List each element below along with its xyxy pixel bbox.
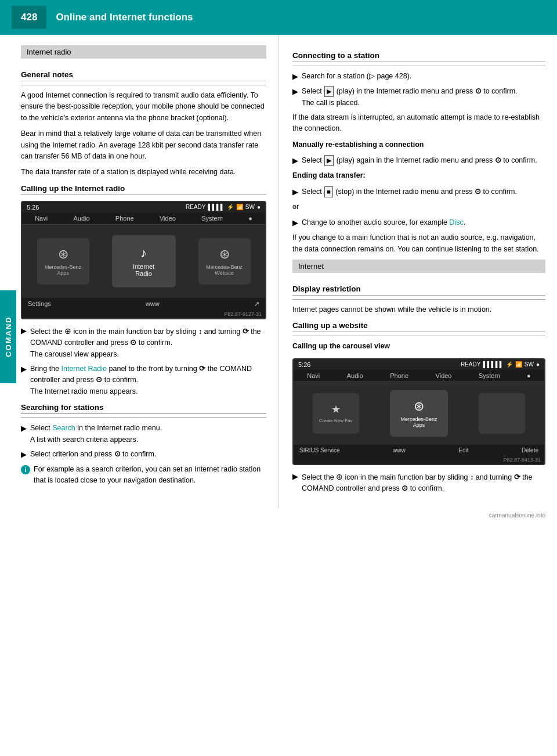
info-icon: i — [21, 465, 30, 474]
nav-audio: Audio — [73, 215, 89, 222]
bullet-stop: ▶ Select ■ (stop) in the Internet radio … — [292, 186, 545, 198]
screen1-navbar: Navi Audio Phone Video System ● — [22, 213, 265, 225]
connecting-title: Connecting to a station — [292, 51, 545, 62]
searching-for-stations-title: Searching for stations — [21, 403, 266, 414]
bullet-change-source-text: Change to another audio source, for exam… — [302, 217, 545, 228]
bullet-calling-2-text: Bring the Internet Radio panel to the fr… — [30, 363, 266, 397]
manually-reestablish-label: Manually re-establishing a connection — [292, 139, 545, 150]
bullet-arrow-connect-1: ▶ — [292, 71, 298, 82]
screen2-status-area: READY ▌▌▌▌▌ ⚡ 📶 SW ● — [461, 361, 540, 368]
screen1-bottom-www: www — [146, 300, 160, 307]
display-restriction-text: Internet pages cannot be shown while the… — [292, 304, 545, 315]
screen1-bottombar: Settings www ↗ — [22, 298, 265, 310]
ending-label: Ending data transfer: — [292, 170, 545, 181]
screen1-body: ⊛ Mercedes-BenzApps ♪ InternetRadio ⊛ Me… — [22, 225, 265, 298]
circle-icon: ● — [257, 204, 261, 210]
search-link: Search — [52, 424, 75, 432]
screen2-nav-video: Video — [436, 372, 452, 379]
nav-video: Video — [160, 215, 176, 222]
section-box-internet-radio: Internet radio — [21, 45, 266, 59]
screen2-card-right — [479, 393, 525, 434]
bullet-search-1: ▶ Select Search in the Internet radio me… — [21, 423, 266, 445]
screen1-status-area: READY ▌▌▌▌ ⚡ 📶 SW ● — [186, 204, 261, 210]
screen1-tag: P82.87-9127-31 — [22, 310, 265, 318]
screen2-nav-phone: Phone — [390, 372, 408, 379]
phone-icon: 📶 — [236, 204, 243, 210]
screen1-card-right-label: Mercedes-BenzWebsite — [206, 264, 243, 276]
screen2-www: www — [393, 447, 406, 453]
bullet-connect-2: ▶ Select ▶ (play) in the Internet radio … — [292, 86, 545, 109]
bullet-arrow-connect-2: ▶ — [292, 86, 298, 98]
stop-button-box: ■ — [324, 186, 333, 197]
screen2-antenna: ⚡ — [506, 361, 513, 368]
header-title: Online and Internet functions — [56, 12, 193, 23]
left-column: Internet radio General notes A good Inte… — [0, 35, 278, 509]
footer: carmanualsonline.info — [0, 509, 557, 522]
screen2-nav-navi: Navi — [307, 372, 320, 379]
screen2-body: ★ Create New Fav ⊛ Mercedes-BenzApps — [294, 382, 544, 445]
screen1-card-center-label: InternetRadio — [133, 263, 154, 277]
info-text: For example as a search criterion, you c… — [34, 464, 266, 487]
general-notes-para1: A good Internet connection is required t… — [21, 90, 266, 124]
bullet-connect-1: ▶ Search for a station (▷ page 428). — [292, 71, 545, 82]
bullet-connect-2-text: Select ▶ (play) in the Internet radio me… — [302, 86, 545, 109]
bullet-stop-text: Select ■ (stop) in the Internet radio me… — [302, 186, 545, 197]
screen2-sirius: SIRIUS Service — [299, 447, 339, 453]
screen1-ready: READY — [186, 204, 205, 210]
general-notes-para3: The data transfer rate of a station is d… — [21, 167, 266, 178]
bullet-carousel-1-text: Select the ⊕ icon in the main function b… — [302, 471, 545, 495]
signal-icon: ▌▌▌▌ — [208, 204, 225, 210]
screen1-bottom-settings: Settings — [28, 300, 51, 307]
calling-up-internet-radio-title: Calling up the Internet radio — [21, 184, 266, 195]
nav-phone: Phone — [115, 215, 134, 222]
bullet-change-source: ▶ Change to another audio source, for ex… — [292, 217, 545, 229]
nav-dot: ● — [248, 215, 252, 222]
bullet-search-1-text: Select Search in the Internet radio menu… — [30, 423, 266, 445]
section-box-internet: Internet — [292, 260, 545, 273]
calling-up-carousel-title: Calling up the carousel view — [292, 341, 545, 352]
bullet-arrow-carousel-1: ▶ — [292, 471, 298, 483]
play-button-box2: ▶ — [324, 155, 334, 166]
bullet-arrow-search-1: ▶ — [21, 423, 27, 434]
screen2: 5:26 READY ▌▌▌▌▌ ⚡ 📶 SW ● Navi Audio Pho… — [292, 358, 545, 465]
header-bar: 428 Online and Internet functions — [0, 0, 557, 35]
screen1-bottom-arrow: ↗ — [254, 300, 259, 308]
mercedes-benz-icon-center: ⊛ — [414, 399, 424, 414]
change-function-para: If you change to a main function that is… — [292, 232, 545, 255]
general-notes-title: General notes — [21, 70, 266, 81]
internet-radio-link: Internet Radio — [62, 365, 107, 373]
screen2-card-left-label: Create New Fav — [319, 418, 353, 423]
screen2-nav-audio: Audio — [347, 372, 363, 379]
display-restriction-title: Display restriction — [292, 285, 545, 296]
bullet-reestablish: ▶ Select ▶ (play) again in the Internet … — [292, 155, 545, 167]
screen2-circle: ● — [536, 361, 540, 368]
screen2-signal: ▌▌▌▌▌ — [483, 361, 503, 368]
screen2-phone: 📶 — [515, 361, 522, 368]
antenna-icon: ⚡ — [227, 204, 234, 210]
calling-up-website-title: Calling up a website — [292, 321, 545, 332]
screen2-time: 5:26 — [298, 361, 310, 368]
bullet-connect-1-text: Search for a station (▷ page 428). — [302, 71, 545, 82]
play-button-box: ▶ — [324, 86, 334, 97]
screen2-ready: READY — [461, 361, 480, 368]
bullet-arrow-reestablish: ▶ — [292, 155, 298, 167]
right-column: Connecting to a station ▶ Search for a s… — [278, 35, 557, 509]
screen1-card-center: ♪ InternetRadio — [112, 235, 176, 287]
info-bullet-search: i For example as a search criterion, you… — [21, 464, 266, 487]
nav-system: System — [201, 215, 223, 222]
bullet-reestablish-text: Select ▶ (play) again in the Internet ra… — [302, 155, 545, 166]
bullet-calling-2: ▶ Bring the Internet Radio panel to the … — [21, 363, 266, 397]
sw-label: SW — [245, 204, 255, 210]
screen2-nav-system: System — [479, 372, 500, 379]
bullet-arrow-1: ▶ — [21, 325, 27, 337]
bullet-carousel-1: ▶ Select the ⊕ icon in the main function… — [292, 471, 545, 495]
bullet-arrow-2: ▶ — [21, 363, 27, 375]
screen2-delete: Delete — [522, 447, 538, 453]
screen2-tag: P82.87-8413-31 — [294, 456, 544, 464]
screen2-edit: Edit — [458, 447, 468, 453]
screen1-card-right: ⊛ Mercedes-BenzWebsite — [198, 238, 251, 285]
bullet-search-2: ▶ Select criterion and press ⊙ to confir… — [21, 449, 266, 460]
bullet-arrow-stop: ▶ — [292, 186, 298, 198]
screen2-topbar: 5:26 READY ▌▌▌▌▌ ⚡ 📶 SW ● — [294, 359, 544, 370]
screen2-card-center: ⊛ Mercedes-BenzApps — [390, 390, 448, 437]
